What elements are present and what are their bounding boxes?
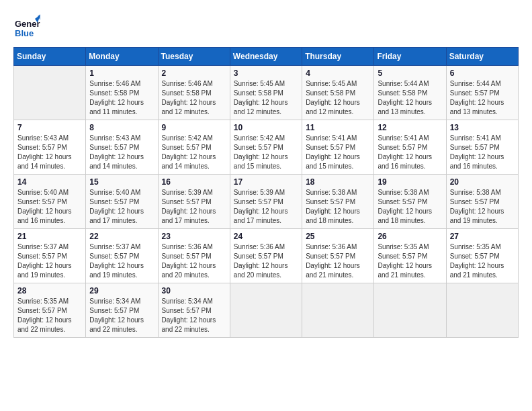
calendar-cell (302, 283, 374, 338)
day-info: Sunrise: 5:35 AM Sunset: 5:57 PM Dayligh… (17, 297, 82, 334)
day-number: 12 (378, 123, 442, 132)
calendar-cell (14, 66, 86, 120)
calendar-cell: 6Sunrise: 5:44 AM Sunset: 5:57 PM Daylig… (446, 66, 518, 120)
day-number: 14 (17, 177, 82, 187)
day-info: Sunrise: 5:36 AM Sunset: 5:57 PM Dayligh… (234, 242, 298, 280)
calendar-cell (446, 283, 518, 338)
day-info: Sunrise: 5:44 AM Sunset: 5:57 PM Dayligh… (450, 79, 515, 117)
calendar-week-1: 1Sunrise: 5:46 AM Sunset: 5:58 PM Daylig… (14, 66, 519, 120)
calendar-cell: 27Sunrise: 5:35 AM Sunset: 5:57 PM Dayli… (446, 229, 518, 283)
day-info: Sunrise: 5:37 AM Sunset: 5:57 PM Dayligh… (89, 242, 154, 280)
day-number: 22 (89, 232, 154, 241)
calendar-cell: 29Sunrise: 5:34 AM Sunset: 5:57 PM Dayli… (86, 283, 158, 338)
day-number: 25 (306, 232, 370, 241)
day-number: 1 (89, 68, 154, 78)
day-number: 23 (162, 232, 226, 241)
day-number: 19 (378, 177, 442, 187)
day-info: Sunrise: 5:34 AM Sunset: 5:57 PM Dayligh… (89, 297, 154, 334)
calendar-cell: 20Sunrise: 5:38 AM Sunset: 5:57 PM Dayli… (446, 175, 518, 229)
calendar-cell: 24Sunrise: 5:36 AM Sunset: 5:57 PM Dayli… (230, 229, 302, 283)
day-info: Sunrise: 5:38 AM Sunset: 5:57 PM Dayligh… (378, 188, 442, 226)
calendar-cell: 14Sunrise: 5:40 AM Sunset: 5:57 PM Dayli… (14, 175, 86, 229)
day-info: Sunrise: 5:39 AM Sunset: 5:57 PM Dayligh… (162, 188, 226, 226)
calendar-cell: 9Sunrise: 5:42 AM Sunset: 5:57 PM Daylig… (158, 120, 230, 175)
day-number: 26 (378, 232, 442, 241)
day-number: 28 (17, 286, 82, 295)
day-number: 17 (234, 177, 298, 187)
calendar-cell: 8Sunrise: 5:43 AM Sunset: 5:57 PM Daylig… (86, 120, 158, 175)
calendar-cell: 21Sunrise: 5:37 AM Sunset: 5:57 PM Dayli… (14, 229, 86, 283)
day-number: 3 (234, 68, 298, 78)
day-number: 20 (450, 177, 515, 187)
calendar-cell: 16Sunrise: 5:39 AM Sunset: 5:57 PM Dayli… (158, 175, 230, 229)
day-info: Sunrise: 5:34 AM Sunset: 5:57 PM Dayligh… (162, 297, 226, 334)
calendar-week-4: 21Sunrise: 5:37 AM Sunset: 5:57 PM Dayli… (14, 229, 519, 283)
day-number: 7 (17, 123, 82, 132)
day-number: 29 (89, 286, 154, 295)
day-info: Sunrise: 5:38 AM Sunset: 5:57 PM Dayligh… (450, 188, 515, 226)
calendar-cell: 11Sunrise: 5:41 AM Sunset: 5:57 PM Dayli… (302, 120, 374, 175)
calendar-table: SundayMondayTuesdayWednesdayThursdayFrid… (13, 47, 519, 338)
calendar-cell: 3Sunrise: 5:45 AM Sunset: 5:58 PM Daylig… (230, 66, 302, 120)
day-number: 10 (234, 123, 298, 132)
day-info: Sunrise: 5:44 AM Sunset: 5:58 PM Dayligh… (378, 79, 442, 117)
weekday-header-wednesday: Wednesday (230, 48, 302, 66)
day-info: Sunrise: 5:42 AM Sunset: 5:57 PM Dayligh… (162, 134, 226, 171)
day-info: Sunrise: 5:45 AM Sunset: 5:58 PM Dayligh… (306, 79, 370, 117)
logo: General Blue (13, 13, 43, 40)
calendar-cell: 23Sunrise: 5:36 AM Sunset: 5:57 PM Dayli… (158, 229, 230, 283)
day-number: 6 (450, 68, 515, 78)
day-info: Sunrise: 5:42 AM Sunset: 5:57 PM Dayligh… (234, 134, 298, 171)
day-number: 15 (89, 177, 154, 187)
day-info: Sunrise: 5:43 AM Sunset: 5:57 PM Dayligh… (17, 134, 82, 171)
day-number: 2 (162, 68, 226, 78)
logo-icon: General Blue (13, 13, 40, 40)
weekday-header-saturday: Saturday (446, 48, 518, 66)
day-info: Sunrise: 5:39 AM Sunset: 5:57 PM Dayligh… (234, 188, 298, 226)
day-info: Sunrise: 5:41 AM Sunset: 5:57 PM Dayligh… (378, 134, 442, 171)
svg-text:Blue: Blue (15, 28, 34, 38)
calendar-cell: 18Sunrise: 5:38 AM Sunset: 5:57 PM Dayli… (302, 175, 374, 229)
calendar-cell: 4Sunrise: 5:45 AM Sunset: 5:58 PM Daylig… (302, 66, 374, 120)
day-number: 16 (162, 177, 226, 187)
header: General Blue (13, 13, 519, 40)
calendar-cell: 19Sunrise: 5:38 AM Sunset: 5:57 PM Dayli… (374, 175, 446, 229)
day-info: Sunrise: 5:35 AM Sunset: 5:57 PM Dayligh… (450, 242, 515, 280)
calendar-cell: 26Sunrise: 5:35 AM Sunset: 5:57 PM Dayli… (374, 229, 446, 283)
day-number: 5 (378, 68, 442, 78)
calendar-cell: 25Sunrise: 5:36 AM Sunset: 5:57 PM Dayli… (302, 229, 374, 283)
day-info: Sunrise: 5:36 AM Sunset: 5:57 PM Dayligh… (162, 242, 226, 280)
day-info: Sunrise: 5:37 AM Sunset: 5:57 PM Dayligh… (17, 242, 82, 280)
weekday-header-sunday: Sunday (14, 48, 86, 66)
day-info: Sunrise: 5:43 AM Sunset: 5:57 PM Dayligh… (89, 134, 154, 171)
calendar-cell: 22Sunrise: 5:37 AM Sunset: 5:57 PM Dayli… (86, 229, 158, 283)
day-info: Sunrise: 5:41 AM Sunset: 5:57 PM Dayligh… (450, 134, 515, 171)
day-number: 13 (450, 123, 515, 132)
day-info: Sunrise: 5:45 AM Sunset: 5:58 PM Dayligh… (234, 79, 298, 117)
day-number: 21 (17, 232, 82, 241)
calendar-header: SundayMondayTuesdayWednesdayThursdayFrid… (14, 48, 519, 66)
calendar-cell: 2Sunrise: 5:46 AM Sunset: 5:58 PM Daylig… (158, 66, 230, 120)
day-info: Sunrise: 5:38 AM Sunset: 5:57 PM Dayligh… (306, 188, 370, 226)
weekday-header-tuesday: Tuesday (158, 48, 230, 66)
day-info: Sunrise: 5:46 AM Sunset: 5:58 PM Dayligh… (162, 79, 226, 117)
calendar-cell: 28Sunrise: 5:35 AM Sunset: 5:57 PM Dayli… (14, 283, 86, 338)
day-number: 18 (306, 177, 370, 187)
day-info: Sunrise: 5:35 AM Sunset: 5:57 PM Dayligh… (378, 242, 442, 280)
calendar-week-5: 28Sunrise: 5:35 AM Sunset: 5:57 PM Dayli… (14, 283, 519, 338)
calendar-week-2: 7Sunrise: 5:43 AM Sunset: 5:57 PM Daylig… (14, 120, 519, 175)
calendar-cell: 17Sunrise: 5:39 AM Sunset: 5:57 PM Dayli… (230, 175, 302, 229)
weekday-header-friday: Friday (374, 48, 446, 66)
day-number: 4 (306, 68, 370, 78)
calendar-cell: 10Sunrise: 5:42 AM Sunset: 5:57 PM Dayli… (230, 120, 302, 175)
calendar-cell: 5Sunrise: 5:44 AM Sunset: 5:58 PM Daylig… (374, 66, 446, 120)
calendar-cell (230, 283, 302, 338)
day-info: Sunrise: 5:40 AM Sunset: 5:57 PM Dayligh… (17, 188, 82, 226)
calendar-week-3: 14Sunrise: 5:40 AM Sunset: 5:57 PM Dayli… (14, 175, 519, 229)
day-info: Sunrise: 5:36 AM Sunset: 5:57 PM Dayligh… (306, 242, 370, 280)
calendar-cell: 15Sunrise: 5:40 AM Sunset: 5:57 PM Dayli… (86, 175, 158, 229)
calendar-body: 1Sunrise: 5:46 AM Sunset: 5:58 PM Daylig… (14, 66, 519, 338)
weekday-header-monday: Monday (86, 48, 158, 66)
calendar-cell: 30Sunrise: 5:34 AM Sunset: 5:57 PM Dayli… (158, 283, 230, 338)
day-info: Sunrise: 5:41 AM Sunset: 5:57 PM Dayligh… (306, 134, 370, 171)
